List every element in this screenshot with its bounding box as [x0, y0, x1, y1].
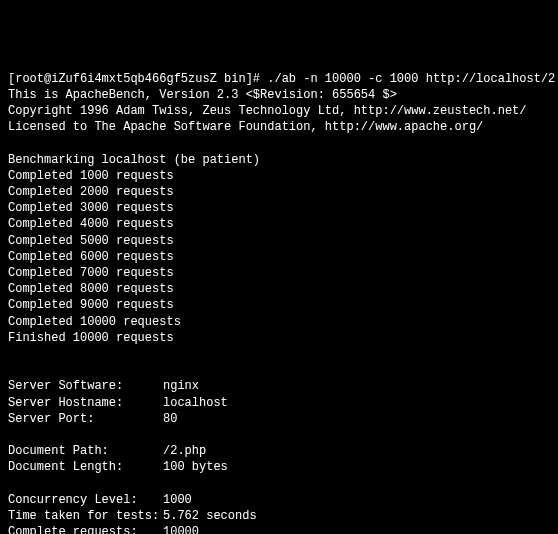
complete-requests-label: Complete requests: — [8, 524, 163, 534]
server-software-value: nginx — [163, 378, 199, 394]
document-length-value: 100 bytes — [163, 459, 228, 475]
server-port-row: Server Port:80 — [8, 411, 550, 427]
server-port-label: Server Port: — [8, 411, 163, 427]
server-hostname-row: Server Hostname:localhost — [8, 395, 550, 411]
progress-line: Completed 5000 requests — [8, 234, 174, 248]
server-software-row: Server Software:nginx — [8, 378, 550, 394]
complete-requests-row: Complete requests:10000 — [8, 524, 550, 534]
document-path-value: /2.php — [163, 443, 206, 459]
server-software-label: Server Software: — [8, 378, 163, 394]
progress-line: Completed 1000 requests — [8, 169, 174, 183]
server-hostname-value: localhost — [163, 395, 228, 411]
document-path-label: Document Path: — [8, 443, 163, 459]
progress-line: Completed 2000 requests — [8, 185, 174, 199]
progress-line: Completed 3000 requests — [8, 201, 174, 215]
banner-line: Licensed to The Apache Software Foundati… — [8, 120, 483, 134]
time-taken-value: 5.762 seconds — [163, 508, 257, 524]
time-taken-row: Time taken for tests:5.762 seconds — [8, 508, 550, 524]
document-path-row: Document Path:/2.php — [8, 443, 550, 459]
progress-line: Completed 10000 requests — [8, 315, 181, 329]
server-port-value: 80 — [163, 411, 177, 427]
terminal-output: [root@iZuf6i4mxt5qb466gf5zusZ bin]# ./ab… — [8, 71, 550, 534]
banner-line: This is ApacheBench, Version 2.3 <$Revis… — [8, 88, 397, 102]
progress-line: Completed 7000 requests — [8, 266, 174, 280]
progress-line: Completed 6000 requests — [8, 250, 174, 264]
time-taken-label: Time taken for tests: — [8, 508, 163, 524]
complete-requests-value: 10000 — [163, 524, 199, 534]
shell-prompt: [root@iZuf6i4mxt5qb466gf5zusZ bin]# — [8, 72, 267, 86]
progress-line: Completed 8000 requests — [8, 282, 174, 296]
concurrency-value: 1000 — [163, 492, 192, 508]
benchmark-line: Benchmarking localhost (be patient) — [8, 153, 260, 167]
document-length-row: Document Length:100 bytes — [8, 459, 550, 475]
progress-line: Completed 4000 requests — [8, 217, 174, 231]
banner-line: Copyright 1996 Adam Twiss, Zeus Technolo… — [8, 104, 526, 118]
command-typed: ./ab -n 10000 -c 1000 http://localhost/2… — [267, 72, 558, 86]
concurrency-label: Concurrency Level: — [8, 492, 163, 508]
concurrency-row: Concurrency Level:1000 — [8, 492, 550, 508]
server-hostname-label: Server Hostname: — [8, 395, 163, 411]
progress-line: Completed 9000 requests — [8, 298, 174, 312]
progress-line: Finished 10000 requests — [8, 331, 174, 345]
document-length-label: Document Length: — [8, 459, 163, 475]
